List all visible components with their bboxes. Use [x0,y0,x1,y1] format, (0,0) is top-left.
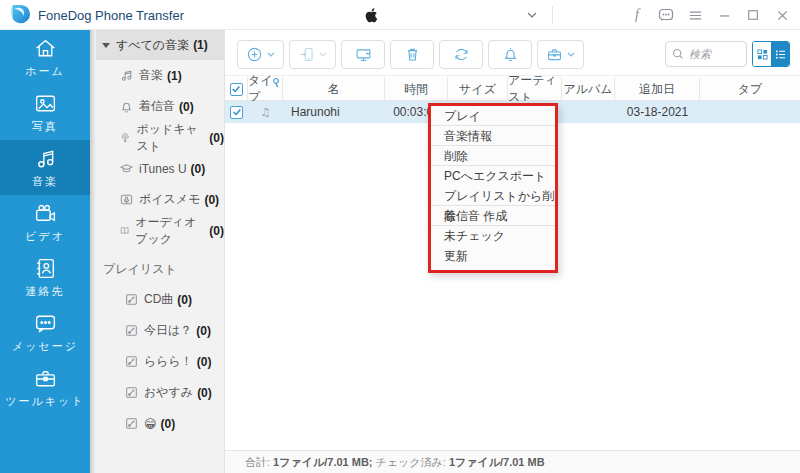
playlist-item-label: CD曲 [144,291,173,308]
playlist-icon [125,417,138,430]
chevron-down-icon [527,12,537,18]
feedback-icon[interactable] [658,7,674,23]
collapse-triangle-icon [102,43,110,48]
column-header-name[interactable]: 名 [283,77,385,101]
sidebar-item-label: メッセージ [12,339,78,354]
library-item-podcasts[interactable]: ポッドキャスト (0) [90,122,224,153]
list-view-button[interactable] [771,42,789,66]
playlist-item-count: (0) [197,386,212,400]
column-header-tab[interactable]: タブ [700,77,800,101]
delete-button[interactable] [390,40,434,69]
playlist-item-emoji[interactable]: 😁 (0) [90,408,224,439]
photos-icon [33,91,58,116]
device-selector[interactable] [365,3,537,27]
sidebar-item-messages[interactable]: メッセージ [0,305,90,360]
select-all-checkbox[interactable] [225,77,248,101]
status-checked-label: チェック済み: [376,455,446,470]
library-item-count: (0) [179,100,194,114]
export-to-device-button[interactable] [289,40,336,69]
library-item-count: (0) [191,162,206,176]
playlist-item-konnichiwa[interactable]: 今日は？ (0) [90,315,224,346]
playlist-item-label: 😁 [144,417,157,431]
voice-memo-icon [120,193,133,206]
export-to-pc-button[interactable] [341,40,385,69]
row-added-date-cell: 03-18-2021 [615,101,700,123]
red-annotation-box: プレイ 音楽情報 削除 PCへエクスポート プレイリストから削除 着信音 作成 … [428,103,558,273]
toolbar [225,30,800,76]
column-header-added-date[interactable]: 追加日 [615,77,700,101]
facebook-icon[interactable]: f [629,7,645,23]
minimize-icon[interactable] [716,7,732,23]
add-button[interactable] [237,40,284,69]
library-item-music[interactable]: 音楽 (1) [90,60,224,91]
checkbox-checked[interactable] [230,83,243,96]
bell-icon [120,100,133,113]
sidebar-item-home[interactable]: ホーム [0,30,90,85]
export-to-pc-icon [355,46,372,63]
column-header-time[interactable]: 時間 [385,77,448,101]
sidebar-item-label: ツールキット [5,394,84,409]
export-to-device-icon [298,46,315,63]
sidebar-item-video[interactable]: ビデオ [0,195,90,250]
status-checked-value: 1ファイル/7.01 MB [449,455,545,470]
library-group-all-music[interactable]: すべての音楽 (1) [90,30,224,60]
refresh-icon [453,46,470,63]
sidebar-item-music[interactable]: 音楽 [0,140,90,195]
refresh-button[interactable] [439,40,483,69]
playlist-icon [125,324,138,337]
sidebar-item-photos[interactable]: 写真 [0,85,90,140]
library-item-count: (0) [209,224,224,238]
library-item-label: 音楽 [139,67,163,84]
menu-item-play[interactable]: プレイ [431,106,555,126]
playlist-item-label: 今日は？ [144,322,192,339]
library-item-itunes-u[interactable]: iTunes U (0) [90,153,224,184]
column-header-album[interactable]: アルバム [562,77,615,101]
contacts-icon [33,256,58,281]
sidebar-item-label: 連絡先 [26,284,65,299]
sidebar-item-contacts[interactable]: 連絡先 [0,250,90,305]
fonedog-logo-icon [9,4,31,26]
playlist-item-cd[interactable]: CD曲 (0) [90,284,224,315]
sidebar-item-toolkit[interactable]: ツールキット [0,360,90,415]
sidebar-item-label: ホーム [25,64,65,79]
menu-icon[interactable] [687,7,703,23]
playlist-item-oyasumi[interactable]: おやすみ (0) [90,377,224,408]
library-item-ringtones[interactable]: 着信音 (0) [90,91,224,122]
view-toggle [752,41,790,67]
search-box[interactable] [665,41,747,67]
playlist-item-count: (0) [197,355,212,369]
playlist-item-count: (0) [177,293,192,307]
menu-item-make-ringtone[interactable]: 着信音 作成 [431,206,555,226]
column-header-type[interactable]: タイプ [248,77,283,101]
row-checkbox-cell [225,101,248,123]
toolbox-button[interactable] [537,40,584,69]
video-icon [33,201,58,226]
search-input[interactable] [689,48,739,60]
library-item-voice-memos[interactable]: ボイスメモ (0) [90,184,224,215]
status-total-value: 1ファイル/7.01 MB; [273,455,372,470]
playlist-icon [125,355,138,368]
status-bar: 合計: 1ファイル/7.01 MB; チェック済み: 1ファイル/7.01 MB [225,450,800,473]
library-item-label: ポッドキャスト [136,121,205,155]
checkbox-checked[interactable] [230,106,243,119]
menu-item-export-to-pc[interactable]: PCへエクスポート [431,166,555,186]
column-header-size[interactable]: サイズ [448,77,508,101]
apple-icon [365,8,378,23]
menu-item-refresh[interactable]: 更新 [431,246,555,266]
menu-item-uncheck[interactable]: 未チェック [431,226,555,246]
menu-item-delete[interactable]: 削除 [431,146,555,166]
playlist-item-count: (0) [196,324,211,338]
library-item-audiobooks[interactable]: オーディオブック (0) [90,215,224,246]
library-item-label: ボイスメモ [139,191,200,208]
playlist-item-lalala[interactable]: ららら！ (0) [90,346,224,377]
column-header-artist[interactable]: アーティスト [508,77,562,101]
maximize-icon[interactable] [745,7,761,23]
grid-view-button[interactable] [753,42,771,66]
close-icon[interactable] [774,7,790,23]
playlists-header: プレイリスト [90,254,224,284]
library-item-count: (1) [167,69,182,83]
add-circle-icon [246,46,263,63]
ringtone-button[interactable] [488,40,532,69]
menu-item-remove-from-playlist[interactable]: プレイリストから削除 [431,186,555,206]
menu-item-music-info[interactable]: 音楽情報 [431,126,555,146]
